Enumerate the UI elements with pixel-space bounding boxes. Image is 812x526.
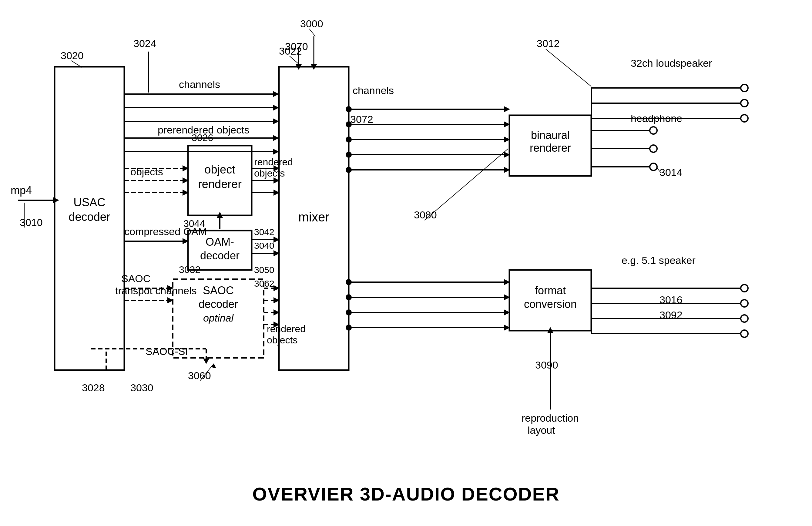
binaural-renderer-label: binaural bbox=[531, 129, 570, 141]
headphone-circle2 bbox=[650, 145, 657, 152]
channels-arrow3 bbox=[273, 118, 279, 124]
ref-3028-text: 3028 bbox=[82, 382, 105, 394]
objects-label: objects bbox=[130, 166, 163, 177]
ref3060-arrow bbox=[211, 364, 216, 368]
loudspeaker-label: 32ch loudspeaker bbox=[631, 57, 712, 69]
object-renderer-label2: renderer bbox=[198, 178, 242, 190]
saoc-transpot-label: transpot channels bbox=[115, 285, 197, 296]
ref3000-leader bbox=[309, 29, 315, 37]
saoc-decoder-label2: decoder bbox=[199, 298, 238, 310]
saoc-si-arrow bbox=[203, 358, 209, 364]
headphone-circle3 bbox=[650, 163, 657, 170]
ref-3016-text: 3016 bbox=[659, 294, 683, 305]
headphone-label: headphone bbox=[631, 113, 682, 124]
ref-3042-text: 3042 bbox=[254, 227, 274, 237]
saoc-label: SAOC bbox=[121, 273, 150, 284]
format-circle2 bbox=[741, 300, 748, 307]
ls-circle1 bbox=[741, 84, 748, 91]
channels-right-label: channels bbox=[353, 85, 394, 96]
prerendered-arrow2 bbox=[273, 148, 279, 155]
ref-3020-text: 3020 bbox=[61, 50, 84, 61]
repro-layout-label2: layout bbox=[527, 424, 555, 436]
ref-3030-text: 3030 bbox=[130, 382, 154, 394]
ref-3014-text: 3014 bbox=[659, 167, 683, 178]
rendered-objects-bottom-label2: objects bbox=[267, 335, 298, 345]
rendered-objects-label2: objects bbox=[254, 168, 285, 179]
binaural-renderer-label2: renderer bbox=[530, 142, 571, 154]
ls-circle2 bbox=[741, 99, 748, 107]
format-circle4 bbox=[741, 330, 748, 337]
speaker-51-label: e.g. 5.1 speaker bbox=[622, 255, 696, 266]
repro-layout-label: reproduction bbox=[522, 412, 579, 424]
oam-decoder-label: OAM- bbox=[206, 236, 234, 248]
headphone-circle1 bbox=[650, 127, 657, 134]
ls-circle3 bbox=[741, 115, 748, 122]
ref-3092-text: 3092 bbox=[659, 309, 683, 321]
ref-3090-text: 3090 bbox=[535, 359, 558, 371]
ref-3070-text: 3070 bbox=[285, 41, 308, 52]
ref-3012-text: 3012 bbox=[537, 38, 560, 49]
diagram-title: OVERVIER 3D-AUDIO DECODER bbox=[252, 484, 560, 504]
format-circle3 bbox=[741, 315, 748, 322]
saoc-decoder-label: SAOC bbox=[203, 284, 234, 297]
channels-label: channels bbox=[179, 79, 220, 90]
prerendered-arrow1 bbox=[273, 135, 279, 141]
ref-3050-text: 3050 bbox=[254, 265, 274, 275]
ref-3044-text: 3044 bbox=[184, 218, 205, 229]
mixer-label: mixer bbox=[299, 210, 330, 224]
ref-3080-text: 3080 bbox=[414, 209, 437, 221]
ref-3000-text: 3000 bbox=[300, 18, 323, 29]
usac-decoder-label: USAC bbox=[73, 196, 105, 209]
ref-3072-text: 3072 bbox=[350, 113, 373, 125]
object-renderer-label: object bbox=[204, 163, 235, 176]
ref-3010-text: 3010 bbox=[20, 217, 43, 228]
saoc-si-label: SAOC-SI bbox=[146, 345, 188, 357]
ref-3040-text: 3040 bbox=[254, 241, 274, 251]
rendered-objects-label: rendered bbox=[254, 157, 293, 168]
ref-3024-text: 3024 bbox=[133, 38, 157, 49]
binaural-arrow1 bbox=[504, 106, 510, 112]
saoc-decoder-label3: optinal bbox=[203, 312, 234, 324]
channels-arrow2 bbox=[273, 105, 279, 111]
ref-3026-text: 3026 bbox=[192, 132, 213, 143]
format-conversion-label: format bbox=[535, 284, 566, 297]
usac-decoder-label2: decoder bbox=[69, 211, 110, 223]
ref3080-leader bbox=[424, 148, 508, 220]
ref-3062-text: 3062 bbox=[254, 279, 274, 288]
channels-arrow1 bbox=[273, 91, 279, 97]
rendered-objects-bottom-label: rendered bbox=[267, 323, 306, 334]
format-conversion-label2: conversion bbox=[524, 298, 577, 310]
mp4-label: mp4 bbox=[11, 184, 32, 197]
ref-3032-text: 3032 bbox=[179, 264, 200, 275]
oam-decoder-label2: decoder bbox=[200, 250, 240, 262]
ref3012-leader bbox=[546, 49, 591, 86]
format-circle1 bbox=[741, 285, 748, 292]
diagram-container: USAC decoder object renderer OAM- decode… bbox=[0, 0, 812, 526]
